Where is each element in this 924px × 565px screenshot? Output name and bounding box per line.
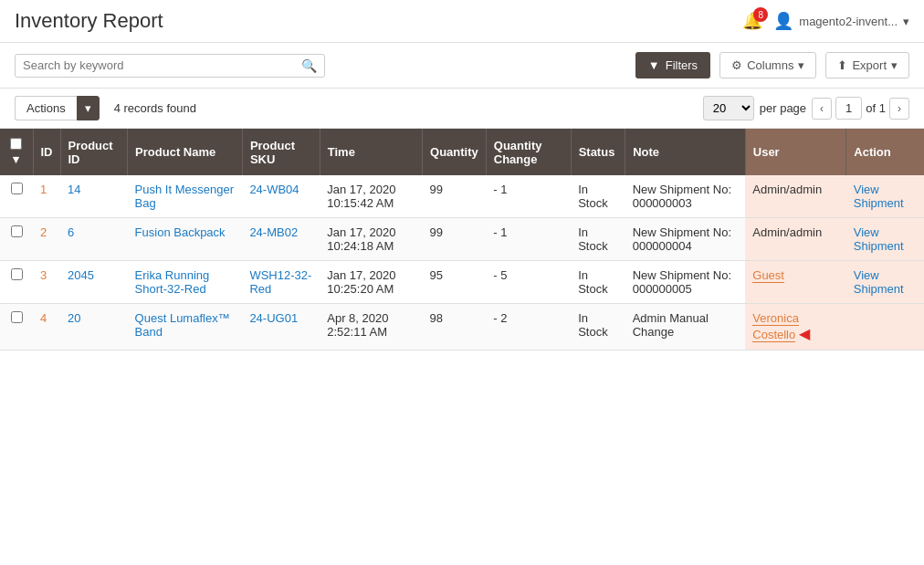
per-page-select: 20 50 100 per page (703, 96, 806, 120)
row-product-id[interactable]: 6 (60, 218, 128, 261)
row-product-name[interactable]: Fusion Backpack (128, 218, 243, 261)
col-id: ID (33, 129, 60, 175)
columns-button[interactable]: ⚙ Columns ▾ (719, 52, 816, 78)
search-input[interactable] (23, 58, 301, 72)
header: Inventory Report 🔔 8 👤 magento2-invent..… (0, 0, 924, 43)
row-product-sku[interactable]: 24-WB04 (242, 175, 320, 218)
row-product-sku[interactable]: 24-MB02 (242, 218, 320, 261)
row-time: Apr 8, 2020 2:52:11 AM (320, 304, 422, 351)
export-chevron-icon: ▾ (891, 58, 898, 72)
actions-bar: Actions ▾ 4 records found 20 50 100 per … (0, 89, 924, 129)
row-product-id[interactable]: 20 (60, 304, 128, 351)
row-action[interactable]: View Shipment (846, 218, 924, 261)
row-product-id[interactable]: 14 (60, 175, 128, 218)
inventory-table: ▾ ID Product ID Product Name Product SKU… (0, 129, 924, 351)
col-checkbox: ▾ (0, 129, 33, 175)
row-status: In Stock (571, 261, 625, 304)
row-quantity-change: - 1 (486, 175, 571, 218)
row-status: In Stock (571, 304, 625, 351)
per-page-label: per page (760, 101, 806, 115)
current-page: 1 (835, 97, 862, 120)
row-status: In Stock (571, 175, 625, 218)
row-time: Jan 17, 2020 10:15:42 AM (320, 175, 422, 218)
col-sort-icon: ▾ (13, 152, 19, 166)
records-count: 4 records found (114, 101, 196, 115)
gear-icon: ⚙ (731, 58, 742, 72)
row-user[interactable]: Guest (745, 261, 846, 304)
select-all-checkbox[interactable] (10, 138, 22, 150)
chevron-down-icon: ▾ (903, 15, 909, 28)
per-page-dropdown[interactable]: 20 50 100 (703, 96, 754, 120)
prev-page-button[interactable]: ‹ (812, 98, 832, 120)
row-quantity: 99 (423, 218, 487, 261)
page-title: Inventory Report (15, 9, 163, 33)
user-icon: 👤 (773, 11, 793, 31)
row-product-sku[interactable]: WSH12-32-Red (242, 261, 320, 304)
row-note: Admin Manual Change (625, 304, 746, 351)
row-checkbox-cell (0, 218, 33, 261)
row-id: 4 (33, 304, 60, 351)
row-user[interactable]: Veronica Costello◀ (745, 304, 846, 351)
row-product-name[interactable]: Quest Lumaflex™ Band (128, 304, 243, 351)
row-quantity-change: - 2 (486, 304, 571, 351)
export-button[interactable]: ⬆ Export ▾ (825, 52, 909, 78)
row-action[interactable]: View Shipment (846, 261, 924, 304)
row-product-name[interactable]: Erika Running Short-32-Red (128, 261, 243, 304)
table-header-row: ▾ ID Product ID Product Name Product SKU… (0, 129, 924, 175)
next-page-button[interactable]: › (889, 98, 909, 120)
filter-icon: ▼ (648, 58, 660, 72)
table-row: 114Push It Messenger Bag24-WB04Jan 17, 2… (0, 175, 924, 218)
row-time: Jan 17, 2020 10:24:18 AM (320, 218, 422, 261)
row-id: 2 (33, 218, 60, 261)
user-menu[interactable]: 👤 magento2-invent... ▾ (773, 11, 909, 31)
row-time: Jan 17, 2020 10:25:20 AM (320, 261, 422, 304)
row-quantity: 95 (423, 261, 487, 304)
table-row: 26Fusion Backpack24-MB02Jan 17, 2020 10:… (0, 218, 924, 261)
row-product-id[interactable]: 2045 (60, 261, 128, 304)
page-of-label: of 1 (866, 101, 886, 115)
col-note: Note (625, 129, 746, 175)
table-row: 420Quest Lumaflex™ Band24-UG01Apr 8, 202… (0, 304, 924, 351)
row-note: New Shipment No: 000000003 (625, 175, 746, 218)
row-note: New Shipment No: 000000004 (625, 218, 746, 261)
col-action: Action (846, 129, 924, 175)
row-product-sku[interactable]: 24-UG01 (242, 304, 320, 351)
header-right: 🔔 8 👤 magento2-invent... ▾ (742, 11, 909, 31)
search-icon[interactable]: 🔍 (301, 58, 317, 73)
col-user: User (745, 129, 846, 175)
row-checkbox[interactable] (11, 225, 23, 237)
col-product-sku: Product SKU (242, 129, 320, 175)
pagination: 20 50 100 per page ‹ 1 of 1 › (703, 96, 909, 120)
actions-label: Actions (15, 96, 77, 120)
row-user: Admin/admin (745, 175, 846, 218)
export-icon: ⬆ (837, 58, 847, 72)
row-id: 1 (33, 175, 60, 218)
col-quantity: Quantity (423, 129, 487, 175)
page-nav: ‹ 1 of 1 › (812, 97, 909, 120)
user-name: magento2-invent... (799, 15, 898, 28)
search-box: 🔍 (15, 54, 325, 78)
columns-chevron-icon: ▾ (798, 58, 804, 72)
actions-caret-button[interactable]: ▾ (77, 96, 100, 120)
row-checkbox-cell (0, 304, 33, 351)
row-product-name[interactable]: Push It Messenger Bag (128, 175, 243, 218)
col-product-name: Product Name (128, 129, 243, 175)
table-row: 32045Erika Running Short-32-RedWSH12-32-… (0, 261, 924, 304)
col-time: Time (320, 129, 422, 175)
row-note: New Shipment No: 000000005 (625, 261, 746, 304)
row-checkbox[interactable] (11, 183, 23, 194)
row-checkbox-cell (0, 175, 33, 218)
row-quantity: 98 (423, 304, 487, 351)
actions-dropdown: Actions ▾ (15, 96, 100, 120)
notification-button[interactable]: 🔔 8 (742, 11, 762, 31)
col-status: Status (571, 129, 625, 175)
row-action (846, 304, 924, 351)
row-checkbox[interactable] (11, 268, 23, 280)
filters-button[interactable]: ▼ Filters (635, 52, 710, 78)
row-quantity-change: - 1 (486, 218, 571, 261)
notification-badge: 8 (753, 7, 768, 22)
row-action[interactable]: View Shipment (846, 175, 924, 218)
row-user: Admin/admin (745, 218, 846, 261)
row-id: 3 (33, 261, 60, 304)
row-checkbox[interactable] (11, 311, 23, 323)
